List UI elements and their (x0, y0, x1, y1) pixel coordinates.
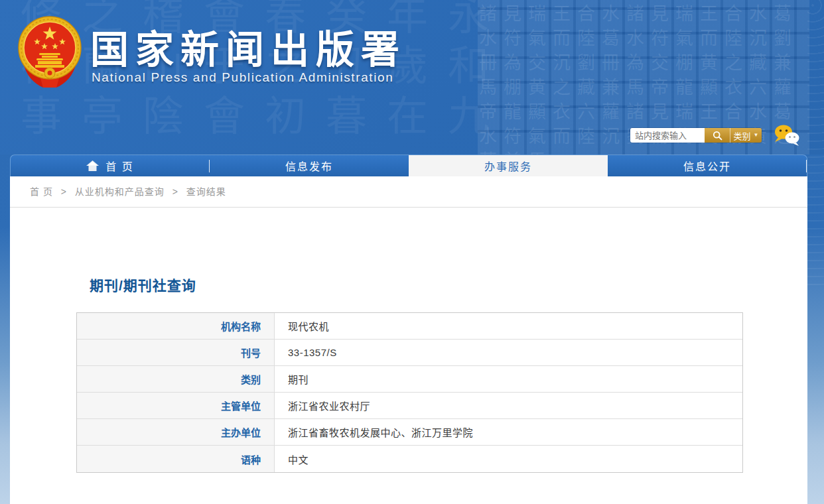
breadcrumb: 首 页 > 从业机构和产品查询 > 查询结果 (10, 176, 807, 208)
nav-item-label: 办事服务 (484, 158, 532, 174)
row-value: 33-1357/S (275, 340, 742, 365)
national-emblem-icon (17, 15, 83, 92)
row-value: 期刊 (275, 366, 742, 392)
national-emblem-logo[interactable] (17, 15, 83, 92)
table-row: 刊号 33-1357/S (77, 340, 742, 366)
section-title: 期刊/期刊社查询 (90, 275, 807, 294)
site-search: 类别 ▼ (630, 128, 762, 143)
row-label: 类别 (77, 366, 275, 392)
site-title: 国家新闻出版署 (90, 19, 406, 74)
site-header: 永和九年歲在癸丑暮春之初會于會稽山陰之蘭亭修禊事也群賢畢至少長咸集此地有崇山峻嶺… (0, 0, 824, 155)
nav-item-disclosure[interactable]: 信息公开 (608, 155, 807, 176)
main-content: 首 页 > 从业机构和产品查询 > 查询结果 期刊/期刊社查询 机构名称 现代农… (10, 176, 807, 504)
main-nav: 首 页 信息发布 办事服务 信息公开 (10, 155, 807, 176)
table-row: 语种 中文 (77, 446, 742, 472)
breadcrumb-item-home[interactable]: 首 页 (30, 186, 53, 197)
nav-item-label: 信息公开 (683, 158, 731, 174)
row-label: 语种 (77, 446, 275, 472)
page: 永和九年歲在癸丑暮春之初會于會稽山陰之蘭亭修禊事也群賢畢至少長咸集此地有崇山峻嶺… (0, 0, 824, 504)
category-label: 类别 (734, 129, 751, 142)
row-value: 中文 (275, 446, 742, 472)
nav-item-home[interactable]: 首 页 (11, 155, 210, 176)
site-title-english: National Press and Publication Administr… (92, 70, 393, 85)
breadcrumb-separator: > (61, 186, 67, 197)
category-dropdown[interactable]: 类别 ▼ (730, 128, 762, 143)
row-label: 主管单位 (77, 393, 275, 418)
breadcrumb-item-result: 查询结果 (186, 186, 226, 197)
breadcrumb-item-query[interactable]: 从业机构和产品查询 (75, 186, 165, 197)
nav-item-news[interactable]: 信息发布 (210, 155, 409, 176)
row-label: 主办单位 (77, 419, 275, 445)
table-row: 主办单位 浙江省畜牧农机发展中心、浙江万里学院 (77, 419, 742, 446)
magnifier-icon (713, 131, 722, 141)
home-icon (86, 160, 99, 171)
nav-item-services[interactable]: 办事服务 (409, 155, 608, 176)
row-label: 机构名称 (77, 313, 275, 339)
row-value: 浙江省畜牧农机发展中心、浙江万里学院 (275, 419, 742, 445)
result-table: 机构名称 现代农机 刊号 33-1357/S 类别 期刊 主管单位 浙江省农业农… (76, 312, 743, 473)
table-row: 类别 期刊 (77, 366, 742, 393)
background-texture-right (807, 0, 824, 285)
search-button[interactable] (705, 128, 730, 143)
table-row: 主管单位 浙江省农业农村厅 (77, 393, 742, 419)
search-input[interactable] (630, 128, 705, 143)
row-value: 现代农机 (275, 313, 742, 339)
table-row: 机构名称 现代农机 (77, 313, 742, 340)
chevron-down-icon: ▼ (754, 133, 759, 138)
wechat-icon[interactable] (774, 124, 800, 147)
breadcrumb-separator: > (172, 186, 178, 197)
nav-item-label: 首 页 (105, 158, 133, 174)
row-label: 刊号 (77, 340, 275, 365)
row-value: 浙江省农业农村厅 (275, 393, 742, 418)
nav-item-label: 信息发布 (285, 158, 333, 174)
